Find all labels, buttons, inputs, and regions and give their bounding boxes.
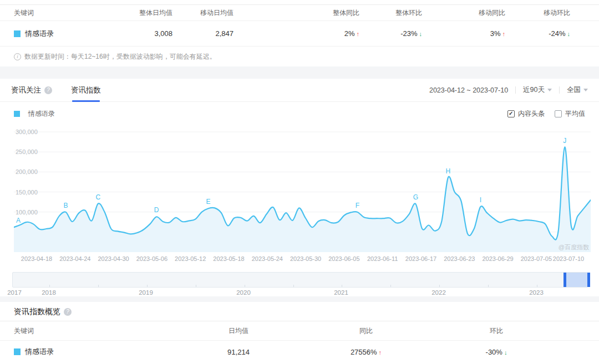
chart-options: 内容头条 平均值 [507,109,585,119]
y-axis-tick-label: 100,000 [16,209,38,216]
timeline-year-label: 2022 [432,289,446,296]
update-note-text: 数据更新时间：每天12~16时，受数据波动影响，可能会有延迟。 [24,52,216,61]
help-icon[interactable] [44,86,52,94]
x-axis-labels: 2023-04-182023-04-242023-04-302023-05-06… [14,252,591,265]
timeline-tick [293,285,294,287]
trend-tabs-row: 资讯关注 资讯指数 2023-04-12 ~ 2023-07-10 近90天 全… [0,79,599,102]
watermark: @百度指数 [559,244,589,250]
overview-table-header-row: 关键词 日均值 同比 环比 [0,321,599,341]
timeline-slider-selection[interactable] [564,273,590,287]
x-axis-tick-label: 2023-04-18 [21,255,52,262]
overall-mom-cell: -23% [361,29,423,38]
column-header-overall-mom: 整体环比 [361,8,423,18]
summary-table-header-row: 关键词 整体日均值 移动日均值 整体同比 整体环比 移动同比 移动环比 [0,4,599,21]
column-header-overall-yoy: 整体同比 [235,8,361,18]
timeline-year-label: 2021 [334,289,348,296]
region-dropdown[interactable]: 全国 [567,85,588,95]
checkbox-icon [507,110,515,117]
date-range-display[interactable]: 2023-04-12 ~ 2023-07-10 [429,86,508,94]
mobile-mom-value: -24% [549,29,565,38]
column-header-mobile-daily-avg: 移动日均值 [174,8,235,18]
checkbox-content-headlines[interactable]: 内容头条 [507,109,545,119]
trend-arrow-icon [357,30,360,37]
tab-label: 资讯指数 [71,85,101,95]
peak-annotation-label: A [16,217,21,224]
x-axis-tick-label: 2023-05-18 [213,255,244,262]
x-axis-tick-label: 2023-04-30 [98,255,129,262]
y-axis-tick-label: 150,000 [16,189,38,196]
tab-news-index[interactable]: 资讯指数 [71,79,101,102]
y-axis-tick-label: 250,000 [16,148,38,155]
checkbox-average-line[interactable]: 平均值 [555,109,585,119]
tab-news-attention[interactable]: 资讯关注 [11,79,52,102]
chevron-down-icon [547,89,552,91]
keyword-label: 情感语录 [25,347,54,357]
trend-arrow-icon [419,30,423,37]
overview-table-row: 情感语录 91,214 27556% -30% [0,341,599,363]
peak-annotation-label: B [63,202,68,209]
summary-table-row: 情感语录 3,008 2,847 2% -23% 3% -24% [0,21,599,47]
timeline-year-label: 2019 [139,289,153,296]
legend-keyword-label[interactable]: 情感语录 [28,109,55,119]
y-axis-tick-label: 300,000 [16,129,38,135]
section-divider [0,296,599,302]
timeline-tick [488,285,489,287]
keyword-cell[interactable]: 情感语录 [0,29,103,39]
peak-annotation-label: E [206,198,211,206]
help-icon[interactable] [64,308,72,316]
x-axis-tick-label: 2023-05-12 [175,255,206,262]
mom-value: -30% [486,348,502,356]
overview-section-title: 资讯指数概览 [0,306,599,317]
x-axis-tick-label: 2023-04-24 [59,255,90,262]
peak-annotation-label: F [356,202,359,209]
column-header-mobile-yoy: 移动同比 [423,8,506,18]
timeline-year-label: 2017 [7,289,22,296]
timeline-tick [147,285,148,287]
keyword-color-swatch-icon [14,348,21,355]
trend-arrow-icon [504,349,507,356]
section-divider [0,66,599,79]
x-axis-tick-label: 2023-06-23 [444,255,475,262]
timeline-year-label: 2018 [42,289,56,296]
column-header-yoy: 同比 [272,326,460,336]
column-header-keyword: 关键词 [0,326,205,336]
info-icon [14,53,21,60]
checkbox-icon [555,110,562,117]
column-header-mobile-mom: 移动环比 [506,8,571,18]
vertical-divider [515,86,516,94]
keyword-cell[interactable]: 情感语录 [0,347,205,357]
timeline-tick [439,285,440,287]
timeline-slider-area: 2017201820192020202120222023 [12,272,588,296]
daily-avg-value: 91,214 [205,348,272,356]
mobile-daily-avg-value: 2,847 [174,29,235,38]
column-header-mom: 环比 [460,326,532,336]
x-axis-tick-label: 2023-05-24 [252,255,283,262]
peak-annotation-label: J [563,137,566,145]
timeline-year-label: 2023 [529,289,544,296]
trend-arrow-icon [379,349,382,356]
legend-color-swatch-icon [14,111,20,117]
period-dropdown[interactable]: 近90天 [523,85,552,95]
y-axis-tick-label: 200,000 [16,168,38,175]
x-axis-tick-label: 2023-07-10 [553,255,584,262]
trend-line-chart[interactable]: 50,000100,000150,000200,000250,000300,00… [14,127,591,252]
data-update-note: 数据更新时间：每天12~16时，受数据波动影响，可能会有延迟。 [0,47,599,66]
trend-chart-card: 资讯关注 资讯指数 2023-04-12 ~ 2023-07-10 近90天 全… [0,79,599,296]
checkbox-label: 平均值 [565,109,585,119]
timeline-slider-track[interactable] [12,272,588,288]
timeline-tick [98,285,99,287]
x-axis-tick-label: 2023-06-11 [367,255,398,262]
timeline-tick [390,285,391,287]
index-overview-card: 资讯指数概览 关键词 日均值 同比 环比 情感语录 91,214 27556% … [0,302,599,363]
x-axis-tick-label: 2023-06-05 [328,255,359,262]
trend-arrow-icon [502,30,506,37]
overall-mom-value: -23% [400,29,417,38]
peak-annotation-label: D [154,206,159,214]
overview-title-text: 资讯指数概览 [14,307,60,317]
tab-label: 资讯关注 [11,85,41,95]
x-axis-tick-label: 2023-06-29 [482,255,513,262]
chart-controls: 2023-04-12 ~ 2023-07-10 近90天 全国 [429,85,588,95]
legend-row: 情感语录 内容头条 平均值 [0,109,599,119]
yoy-cell: 27556% [272,348,460,356]
keyword-color-swatch-icon [14,30,21,37]
